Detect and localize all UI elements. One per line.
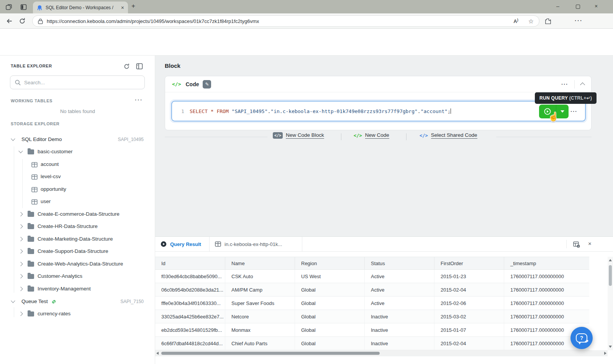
table-row[interactable]: 33025ad4a425b6ee832e7...NetcoreGlobalIna… <box>155 310 589 323</box>
table-info-icon[interactable]: i <box>572 240 581 249</box>
tree-item-label: basic-customer <box>38 149 73 154</box>
tree-item-folder[interactable]: Create-Web-Analytics-Data-Structure <box>0 258 155 270</box>
table-row[interactable]: 6c66f7dbaf44818c2cd44d...Chief Auto Part… <box>155 337 589 350</box>
table-row[interactable]: eb2dcd593e154801529fb...MonmaxGlobalInac… <box>155 323 589 337</box>
chevron-right-icon[interactable] <box>18 224 23 228</box>
scroll-left-arrow[interactable] <box>156 352 159 355</box>
chevron-right-icon[interactable] <box>18 287 23 291</box>
edit-code-icon[interactable]: ✎ <box>203 80 211 89</box>
column-header[interactable]: FirstOrder <box>434 257 504 269</box>
tab-query-result[interactable]: Query Result <box>155 237 210 251</box>
url-text[interactable]: https://connection.keboola.com/admin/pro… <box>47 18 513 24</box>
no-tables-text: No tables found <box>0 108 155 114</box>
tree-item-label: Create-HR-Data-Structure <box>38 223 98 229</box>
code-block-title: Code <box>185 81 199 87</box>
select-shared-code-link[interactable]: </> Select Shared Code <box>420 132 477 139</box>
column-header[interactable]: Status <box>365 257 434 269</box>
tree-item-folder[interactable]: basic-customer <box>0 146 155 158</box>
chevron-down-icon[interactable] <box>11 136 15 141</box>
code-icon: </> <box>172 81 181 87</box>
chevron-right-icon[interactable] <box>18 312 23 316</box>
horizontal-scrollbar[interactable] <box>155 350 608 356</box>
column-header[interactable]: Id <box>155 257 225 269</box>
horizontal-scroll-thumb[interactable] <box>161 352 380 355</box>
header-divider <box>574 80 575 89</box>
table-icon <box>31 199 38 205</box>
tree-item-table[interactable]: opportunity <box>0 183 155 195</box>
tree-item-folder[interactable]: Create-HR-Data-Structure <box>0 220 155 233</box>
chevron-right-icon[interactable] <box>18 262 23 266</box>
browser-menu-icon[interactable]: ··· <box>575 17 583 24</box>
scroll-up-arrow[interactable] <box>609 259 612 261</box>
window-minimize-button[interactable]: – <box>556 3 559 9</box>
tree-item-label: account <box>41 161 59 167</box>
search-box[interactable] <box>10 75 145 89</box>
tab-title: SQL Editor Demo - Workspaces / <box>46 5 119 10</box>
close-results-icon[interactable]: × <box>588 240 592 247</box>
table-icon <box>31 162 38 167</box>
tree-item-folder[interactable]: Create-Support-Data-Structure <box>0 245 155 257</box>
refresh-button[interactable] <box>18 16 27 26</box>
window-close-button[interactable]: × <box>595 3 598 9</box>
tree-item-label: Inventory-Management <box>38 286 91 292</box>
search-input[interactable] <box>24 80 131 85</box>
new-code-block-link[interactable]: </> New Code Block <box>273 132 324 139</box>
result-play-icon <box>161 241 167 247</box>
shared-code-icon: </> <box>420 133 428 138</box>
extensions-icon[interactable] <box>543 16 552 26</box>
new-code-link[interactable]: </> New Code <box>354 132 389 139</box>
tab-overview-icon[interactable] <box>5 3 13 11</box>
pen-icon: ✎ <box>583 339 589 344</box>
favorite-star-icon[interactable]: ☆ <box>528 18 534 25</box>
table-row[interactable]: 06c0b954b0d2088e3da21...AM/PM CampGlobal… <box>155 283 589 297</box>
column-header[interactable]: Region <box>295 257 365 269</box>
chevron-right-icon[interactable] <box>18 237 23 241</box>
code-block-menu-icon[interactable]: ··· <box>561 81 568 87</box>
vertical-tabs-icon[interactable] <box>19 3 28 11</box>
read-aloud-icon[interactable]: A) <box>513 18 518 24</box>
tree-item-folder[interactable]: Create-E-commerce-Data-Structure <box>0 208 155 220</box>
chevron-right-icon[interactable] <box>18 274 23 278</box>
tree-item-bucket[interactable]: Queue Test SAPI_7150 <box>0 295 155 308</box>
window-maximize-button[interactable] <box>576 5 580 9</box>
chevron-right-icon[interactable] <box>18 249 23 253</box>
tree-item-folder[interactable]: Inventory-Management <box>0 283 155 295</box>
working-tables-menu-icon[interactable]: ··· <box>135 97 143 103</box>
tree-item-folder[interactable]: currency-rates <box>0 308 155 320</box>
tree-item-bucket[interactable]: SQL Editor Demo SAPI_10495 <box>0 133 155 146</box>
collapse-panel-icon[interactable] <box>135 62 144 71</box>
tree-item-label: Create-E-commerce-Data-Structure <box>38 211 120 217</box>
sql-editor[interactable]: 1 SELECT * FROM "SAPI_10495"."in.c-keboo… <box>171 101 586 121</box>
tab-result-table[interactable]: in.c-keboola-ex-http-01k... <box>210 237 302 251</box>
url-bar[interactable]: https://connection.keboola.com/admin/pro… <box>32 15 539 27</box>
chevron-right-icon[interactable] <box>18 212 23 216</box>
collapse-block-icon[interactable] <box>580 82 585 87</box>
table-row[interactable]: fffe0e30b4a34f01063330...Super Saver Foo… <box>155 297 589 310</box>
chevron-down-icon[interactable] <box>11 298 15 303</box>
refresh-tables-icon[interactable] <box>122 62 131 71</box>
vertical-scrollbar[interactable] <box>608 257 613 350</box>
table-row[interactable]: f030ed64cbc8babbe5090...CSK AutoUS WestA… <box>155 270 589 283</box>
browser-tab[interactable]: SQL Editor Demo - Workspaces / × <box>33 2 128 13</box>
tree-item-folder[interactable]: Create-Marketing-Data-Structure <box>0 233 155 245</box>
sql-code-line[interactable]: SELECT * FROM "SAPI_10495"."in.c-keboola… <box>190 108 451 114</box>
table-explorer-title: TABLE EXPLORER <box>11 64 52 68</box>
folder-icon <box>28 312 34 316</box>
column-header[interactable]: Name <box>225 257 295 269</box>
scroll-right-arrow[interactable] <box>604 352 606 355</box>
tree-item-table[interactable]: account <box>0 158 155 171</box>
tree-item-table[interactable]: level-csv <box>0 171 155 183</box>
tree-item-label: currency-rates <box>38 311 70 316</box>
query-menu-icon[interactable]: ··· <box>570 108 577 115</box>
help-chat-button[interactable]: ? ✎ <box>570 327 593 349</box>
line-number: 1 <box>181 108 184 114</box>
column-header[interactable]: _timestamp <box>504 257 589 269</box>
tab-close-icon[interactable]: × <box>121 5 124 11</box>
scroll-down-arrow[interactable] <box>609 346 612 348</box>
chevron-down-icon[interactable] <box>18 149 23 153</box>
tree-item-folder[interactable]: Customer-Analytics <box>0 270 155 282</box>
new-tab-button[interactable]: + <box>131 2 135 10</box>
tree-item-table[interactable]: user <box>0 195 155 208</box>
back-button[interactable] <box>5 16 14 26</box>
vertical-scroll-thumb[interactable] <box>609 265 612 286</box>
